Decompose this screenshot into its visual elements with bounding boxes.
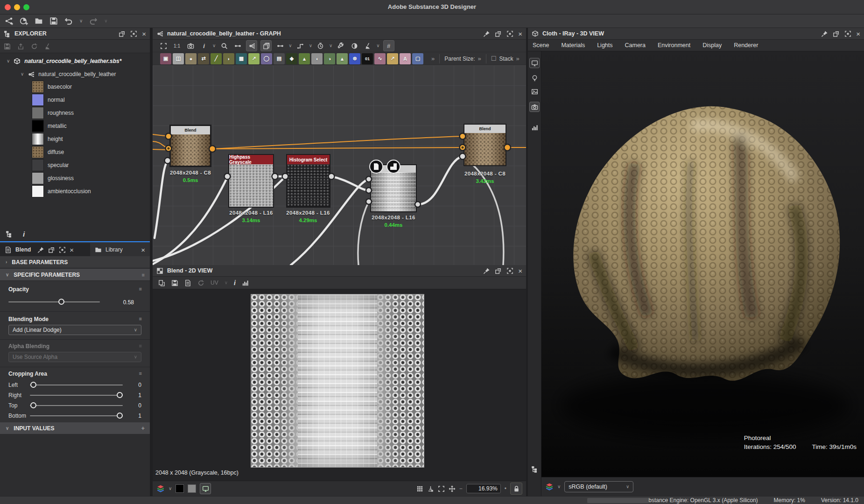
stack-expand-icon[interactable]: »: [516, 56, 520, 62]
crop-bottom-slider[interactable]: [30, 413, 123, 419]
param-menu-icon[interactable]: ≡: [139, 371, 141, 377]
menu-camera[interactable]: Camera: [625, 42, 646, 49]
graph-node-blend[interactable]: Blend: [169, 125, 211, 167]
menu-scene[interactable]: Scene: [533, 42, 549, 49]
node-tile-slope-blur[interactable]: ↗: [387, 53, 398, 64]
statistics-icon[interactable]: [531, 124, 538, 131]
background-gray-swatch[interactable]: [188, 484, 196, 493]
pin-icon[interactable]: [483, 30, 490, 37]
menu-environment[interactable]: Environment: [658, 42, 690, 49]
snap-grid-icon[interactable]: #: [383, 40, 394, 51]
node-tile-levels[interactable]: ▲: [337, 53, 348, 64]
colorspace-layers-icon[interactable]: [545, 483, 554, 491]
paste-image-icon[interactable]: [184, 280, 191, 287]
maximize-panel-icon[interactable]: [506, 267, 513, 274]
zoom-level-input[interactable]: 16.93%: [466, 484, 501, 493]
blending-mode-select[interactable]: Add (Linear Dodge) ∨: [8, 325, 141, 335]
hierarchy-view-icon[interactable]: [6, 231, 13, 238]
collapse-chevron-icon[interactable]: ∨: [7, 59, 10, 63]
node-tile-grayscale-conversion[interactable]: ◖: [311, 53, 323, 64]
save-icon[interactable]: [4, 43, 11, 50]
tree-item-output[interactable]: diffuse: [32, 146, 64, 158]
menu-lights[interactable]: Lights: [597, 42, 612, 49]
display-mode-button[interactable]: [200, 483, 211, 494]
tiling-grid-icon[interactable]: [416, 485, 423, 492]
tab-blend[interactable]: Blend ×: [0, 243, 90, 256]
crop-left-value[interactable]: 0: [130, 382, 141, 388]
camera-settings-icon[interactable]: [529, 102, 540, 112]
collapse-chevron-icon[interactable]: ∨: [21, 72, 24, 77]
node-tile-hsl[interactable]: ⊛: [349, 53, 360, 64]
view3d-viewport[interactable]: Photoreal Iterations: 254/500Time: 39s/1…: [541, 51, 864, 477]
tree-item-output[interactable]: metallic: [32, 120, 67, 132]
screenshot-icon[interactable]: [185, 41, 196, 51]
stack-checkbox[interactable]: ☐: [491, 56, 497, 62]
new-substance-icon[interactable]: [5, 17, 13, 25]
node-tile-transform[interactable]: ▢: [412, 53, 423, 64]
node-tile-spline[interactable]: ∿: [374, 53, 386, 64]
graph-view-icon[interactable]: [246, 40, 257, 51]
copy-image-icon[interactable]: [158, 280, 165, 287]
reload-icon[interactable]: [31, 43, 38, 50]
undo-chevron-icon[interactable]: ∨: [79, 19, 83, 23]
crop-bottom-value[interactable]: 1: [130, 413, 141, 419]
float-panel-icon[interactable]: [495, 267, 502, 274]
graph-node-histogram-select[interactable]: Histogram Select: [286, 154, 330, 208]
section-base-parameters[interactable]: › BASE PARAMETERS: [0, 256, 150, 268]
zoom-in-icon[interactable]: •: [505, 486, 506, 491]
param-menu-icon[interactable]: ≡: [139, 316, 141, 322]
crop-top-slider[interactable]: [30, 402, 123, 409]
tree-item-package[interactable]: ∨ natural_crocodile_belly_leather.sbs*: [7, 55, 121, 67]
node-tile-gradient-map[interactable]: ▲: [299, 53, 310, 64]
graph-node-blend-3[interactable]: Blend: [464, 124, 506, 166]
node-tile-curve[interactable]: ╱: [211, 53, 222, 64]
pin-icon[interactable]: [821, 30, 828, 37]
export-icon[interactable]: [17, 43, 24, 50]
menu-display[interactable]: Display: [702, 42, 722, 49]
section-input-values[interactable]: ∨ INPUT VALUES +: [0, 422, 150, 434]
node-tile-directional-blur[interactable]: ◗: [223, 53, 234, 64]
menu-materials[interactable]: Materials: [561, 42, 585, 49]
node-tile-shape[interactable]: ◯: [261, 53, 272, 64]
preset-menu-icon[interactable]: ≡: [142, 272, 144, 278]
channels-icon[interactable]: [156, 484, 165, 493]
tree-item-output[interactable]: height: [32, 133, 63, 145]
crop-left-slider[interactable]: [30, 382, 123, 388]
stack-view-icon[interactable]: [260, 40, 272, 51]
tools-icon[interactable]: [336, 41, 346, 51]
maximize-panel-icon[interactable]: [59, 246, 66, 253]
node-tile-uniform-color[interactable]: ▣: [160, 53, 171, 64]
graph-node-blend-2[interactable]: Blend: [370, 164, 417, 212]
parent-size-label[interactable]: Parent Size:: [444, 56, 475, 62]
opacity-slider[interactable]: [8, 299, 100, 305]
node-tile-directional-warp[interactable]: ▦: [236, 53, 247, 64]
menu-renderer[interactable]: Renderer: [734, 42, 758, 49]
node-tile-channels-shuffle[interactable]: ⇄: [198, 53, 209, 64]
info-view-icon[interactable]: i: [23, 230, 25, 238]
background-color-swatch[interactable]: [176, 484, 184, 493]
save-image-icon[interactable]: [171, 280, 178, 287]
colorspace-select[interactable]: sRGB (default) ∨: [564, 481, 633, 492]
maximize-panel-icon[interactable]: [506, 30, 513, 37]
environment-image-icon[interactable]: [531, 88, 538, 95]
tree-item-output[interactable]: roughness: [32, 107, 74, 119]
float-panel-icon[interactable]: [119, 30, 126, 37]
toolbar-overflow-icon[interactable]: »: [431, 56, 435, 62]
float-panel-icon[interactable]: [48, 246, 55, 253]
param-menu-icon[interactable]: ≡: [139, 286, 141, 293]
maximize-panel-icon[interactable]: [844, 30, 851, 37]
float-panel-icon[interactable]: [833, 30, 840, 37]
node-tile-value[interactable]: 01: [362, 53, 373, 64]
close-panel-icon[interactable]: ×: [142, 30, 146, 37]
save-all-icon[interactable]: [49, 17, 58, 25]
stamp-view-icon[interactable]: [427, 485, 434, 492]
render-view-icon[interactable]: [529, 58, 540, 68]
node-tile-distance[interactable]: ↗: [248, 53, 260, 64]
timings-icon[interactable]: [316, 41, 326, 51]
parent-size-expand-icon[interactable]: »: [478, 56, 481, 62]
crop-right-value[interactable]: 1: [130, 392, 141, 399]
close-tab-icon[interactable]: ×: [70, 246, 74, 253]
redo-chevron-icon[interactable]: ∨: [104, 19, 107, 23]
info-icon[interactable]: i: [199, 41, 209, 51]
float-panel-icon[interactable]: [495, 30, 502, 37]
